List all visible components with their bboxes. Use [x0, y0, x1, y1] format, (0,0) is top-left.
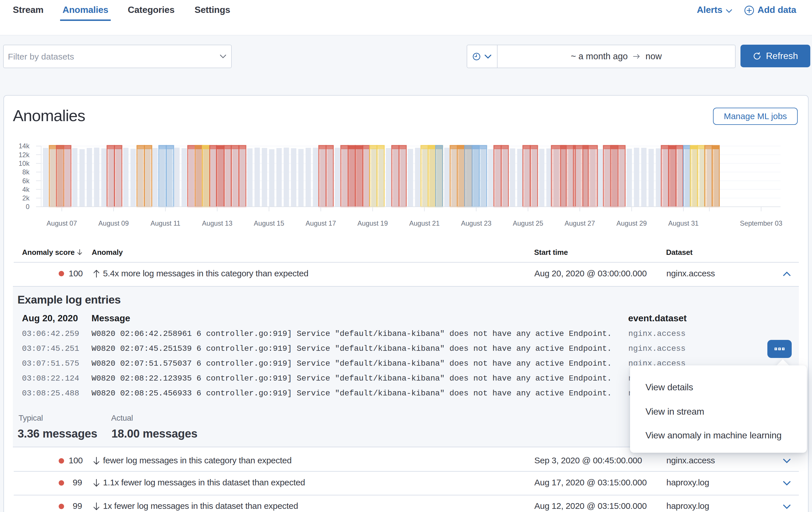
svg-text:10k: 10k	[19, 160, 29, 167]
svg-text:August 29: August 29	[616, 220, 647, 227]
svg-text:August 13: August 13	[202, 220, 232, 227]
svg-text:6k: 6k	[22, 177, 29, 185]
svg-text:August 17: August 17	[306, 220, 336, 227]
svg-text:August 07: August 07	[47, 220, 77, 227]
svg-text:August 19: August 19	[357, 220, 388, 227]
svg-text:4k: 4k	[22, 186, 29, 193]
svg-text:August 11: August 11	[150, 220, 180, 227]
svg-text:August 23: August 23	[461, 220, 491, 227]
svg-text:August 21: August 21	[409, 220, 439, 227]
svg-text:0: 0	[26, 203, 29, 211]
svg-text:August 15: August 15	[254, 220, 284, 227]
svg-text:September 03: September 03	[740, 220, 782, 227]
svg-text:August 09: August 09	[98, 220, 129, 227]
svg-text:August 25: August 25	[513, 220, 543, 227]
svg-text:August 27: August 27	[564, 220, 595, 227]
svg-text:14k: 14k	[19, 142, 29, 150]
svg-text:12k: 12k	[19, 151, 29, 159]
svg-text:August 31: August 31	[668, 220, 698, 227]
svg-text:8k: 8k	[22, 168, 29, 176]
svg-text:2k: 2k	[22, 194, 29, 202]
